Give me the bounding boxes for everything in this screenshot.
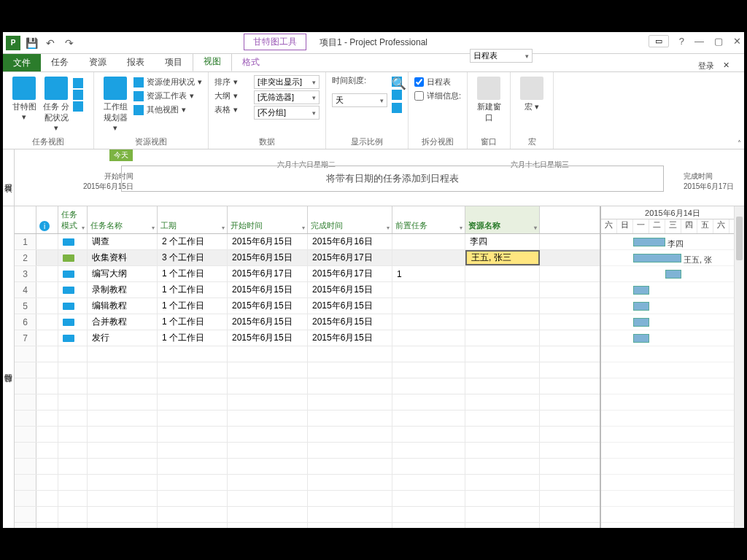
table-row-empty[interactable]	[15, 507, 600, 523]
table-row-empty[interactable]	[15, 443, 600, 459]
finish-cell[interactable]: 2015年6月15日	[308, 314, 392, 330]
info-cell[interactable]	[36, 330, 58, 346]
close-button[interactable]: ✕	[733, 36, 741, 47]
group-combo[interactable]: [不分组]▾	[254, 106, 320, 120]
ribbon-close-icon[interactable]: ✕	[723, 61, 729, 71]
header-duration[interactable]: 工期▾	[158, 206, 228, 233]
start-cell[interactable]: 2015年6月15日	[228, 330, 308, 346]
gantt-bar[interactable]	[665, 270, 681, 279]
file-tab[interactable]: 文件	[3, 54, 41, 71]
start-cell[interactable]: 2015年6月15日	[228, 282, 308, 298]
rownum-cell[interactable]: 5	[15, 298, 36, 314]
new-window-button[interactable]: 新建窗口	[473, 75, 504, 123]
table-row-empty[interactable]	[15, 362, 600, 378]
timeline-content[interactable]: 今天 六月十六日星期二 六月十七日星期三 开始时间2015年6月15日 将带有日…	[15, 149, 744, 206]
name-cell[interactable]: 录制教程	[88, 282, 158, 298]
gantt-bar[interactable]	[633, 302, 649, 311]
finish-cell[interactable]: 2015年6月17日	[308, 250, 392, 265]
resource-cell[interactable]	[465, 314, 540, 330]
header-start[interactable]: 开始时间▾	[228, 206, 308, 233]
vertical-scrollbar[interactable]	[734, 206, 744, 528]
outline-button[interactable]: 大纲 ▾	[214, 89, 251, 103]
tab-format[interactable]: 格式	[232, 53, 270, 71]
other-views-button[interactable]: 其他视图 ▾	[133, 103, 202, 117]
gantt-chart-button[interactable]: 甘特图 ▾	[9, 75, 39, 133]
minimize-button[interactable]: —	[694, 36, 704, 47]
resource-cell[interactable]	[465, 266, 540, 281]
rownum-cell[interactable]: 6	[15, 314, 36, 330]
resource-cell[interactable]	[465, 298, 540, 314]
pred-cell[interactable]	[392, 330, 465, 346]
timescale-combo[interactable]: 天▾	[332, 93, 387, 107]
duration-cell[interactable]: 1 个工作日	[158, 330, 228, 346]
duration-cell[interactable]: 3 个工作日	[158, 250, 228, 265]
mode-cell[interactable]	[58, 330, 88, 346]
name-cell[interactable]: 编写大纲	[88, 266, 158, 281]
gantt-row[interactable]	[601, 282, 744, 298]
timeline-checkbox[interactable]: 日程表	[414, 75, 461, 89]
gantt-bar[interactable]: 李四	[633, 238, 665, 246]
finish-cell[interactable]: 2015年6月16日	[308, 234, 392, 249]
tab-project[interactable]: 项目	[155, 53, 193, 71]
duration-cell[interactable]: 1 个工作日	[158, 298, 228, 314]
zoom-icon[interactable]: 🔍	[392, 77, 402, 87]
info-cell[interactable]	[36, 298, 58, 314]
mode-cell[interactable]	[58, 266, 88, 281]
start-cell[interactable]: 2015年6月17日	[228, 266, 308, 281]
timeline-combo[interactable]: 日程表▾	[470, 49, 533, 63]
table-row[interactable]: 5编辑教程1 个工作日2015年6月15日2015年6月15日	[15, 298, 600, 314]
gantt-row[interactable]	[601, 330, 744, 346]
duration-cell[interactable]: 1 个工作日	[158, 314, 228, 330]
table-row-empty[interactable]	[15, 459, 600, 475]
help-button[interactable]: ?	[679, 36, 684, 47]
pred-cell[interactable]	[392, 250, 465, 265]
resource-cell-editing[interactable]: 王五, 张三▾↖	[465, 250, 540, 265]
start-cell[interactable]: 2015年6月15日	[228, 234, 308, 249]
resource-cell[interactable]	[465, 330, 540, 346]
gantt-body[interactable]: 李四王五, 张	[601, 234, 744, 528]
finish-cell[interactable]: 2015年6月15日	[308, 298, 392, 314]
start-cell[interactable]: 2015年6月15日	[228, 250, 308, 265]
tables-button[interactable]: 表格 ▾	[214, 103, 251, 117]
rownum-cell[interactable]: 4	[15, 282, 36, 298]
info-cell[interactable]	[36, 250, 58, 265]
other-icon[interactable]	[73, 101, 83, 112]
info-cell[interactable]	[36, 234, 58, 249]
gantt-row[interactable]	[601, 266, 744, 282]
name-cell[interactable]: 收集资料	[88, 250, 158, 265]
restore-button[interactable]: ▢	[714, 36, 723, 47]
header-rownum[interactable]	[15, 206, 36, 233]
gantt-row[interactable]	[601, 314, 744, 330]
tab-report[interactable]: 报表	[117, 53, 155, 71]
resource-cell[interactable]	[465, 282, 540, 298]
finish-cell[interactable]: 2015年6月17日	[308, 266, 392, 281]
mode-cell[interactable]	[58, 282, 88, 298]
task-usage-button[interactable]: 任务 分配状况 ▾	[41, 75, 71, 133]
table-row[interactable]: 2收集资料3 个工作日2015年6月15日2015年6月17日王五, 张三▾↖	[15, 250, 600, 266]
info-cell[interactable]	[36, 314, 58, 330]
filter-combo[interactable]: [无筛选器]▾	[254, 90, 320, 104]
resource-cell[interactable]: 李四	[465, 234, 540, 249]
save-button[interactable]: 💾	[23, 35, 39, 51]
name-cell[interactable]: 发行	[88, 330, 158, 346]
entire-project-icon[interactable]	[392, 90, 402, 100]
start-cell[interactable]: 2015年6月15日	[228, 298, 308, 314]
pred-cell[interactable]	[392, 298, 465, 314]
rownum-cell[interactable]: 3	[15, 266, 36, 281]
sort-button[interactable]: 排序 ▾	[214, 75, 251, 89]
table-row[interactable]: 7发行1 个工作日2015年6月15日2015年6月15日	[15, 330, 600, 346]
table-row-empty[interactable]	[15, 411, 600, 427]
resource-usage-button[interactable]: 资源使用状况 ▾	[133, 75, 202, 89]
gantt-row[interactable]: 王五, 张	[601, 250, 744, 266]
table-row[interactable]: 1调查2 个工作日2015年6月15日2015年6月16日李四	[15, 234, 600, 250]
network-icon[interactable]	[73, 78, 83, 88]
duration-cell[interactable]: 1 个工作日	[158, 266, 228, 281]
gantt-row[interactable]: 李四	[601, 234, 744, 250]
header-finish[interactable]: 完成时间▾	[308, 206, 392, 233]
resource-sheet-button[interactable]: 资源工作表 ▾	[133, 89, 202, 103]
pred-cell[interactable]	[392, 234, 465, 249]
gantt-bar[interactable]: 王五, 张	[633, 254, 681, 262]
rownum-cell[interactable]: 7	[15, 330, 36, 346]
gantt-bar[interactable]	[633, 318, 649, 327]
info-cell[interactable]	[36, 266, 58, 281]
